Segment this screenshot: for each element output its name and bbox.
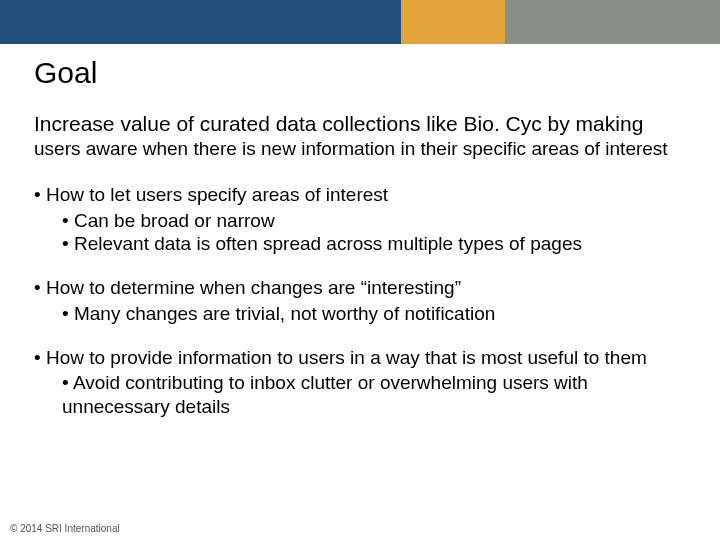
lead-line: Increase value of curated data collectio… xyxy=(34,112,686,136)
bullet-item: How to provide information to users in a… xyxy=(34,346,686,419)
sub-bullet-item: Relevant data is often spread across mul… xyxy=(62,232,686,256)
slide-title: Goal xyxy=(34,56,686,90)
sub-bullet-list: Avoid contributing to inbox clutter or o… xyxy=(34,371,686,419)
banner-segment-gray xyxy=(505,0,720,44)
bullet-text: How to let users specify areas of intere… xyxy=(46,184,388,205)
banner-segment-blue xyxy=(0,0,401,44)
bullet-text: How to determine when changes are “inter… xyxy=(46,277,461,298)
bullet-item: How to let users specify areas of intere… xyxy=(34,183,686,256)
slide-content: Goal Increase value of curated data coll… xyxy=(0,44,720,419)
lead-sub-line: users aware when there is new informatio… xyxy=(34,138,686,161)
sub-bullet-item: Can be broad or narrow xyxy=(62,209,686,233)
banner-segment-gold xyxy=(401,0,505,44)
sub-bullet-list: Can be broad or narrow Relevant data is … xyxy=(34,209,686,257)
sub-bullet-item: Avoid contributing to inbox clutter or o… xyxy=(62,371,686,419)
bullet-item: How to determine when changes are “inter… xyxy=(34,276,686,326)
sub-bullet-item: Many changes are trivial, not worthy of … xyxy=(62,302,686,326)
bullet-text: How to provide information to users in a… xyxy=(46,347,647,368)
copyright-footer: © 2014 SRI International xyxy=(10,523,120,534)
bullet-list: How to let users specify areas of intere… xyxy=(34,183,686,419)
sub-bullet-list: Many changes are trivial, not worthy of … xyxy=(34,302,686,326)
top-banner xyxy=(0,0,720,44)
